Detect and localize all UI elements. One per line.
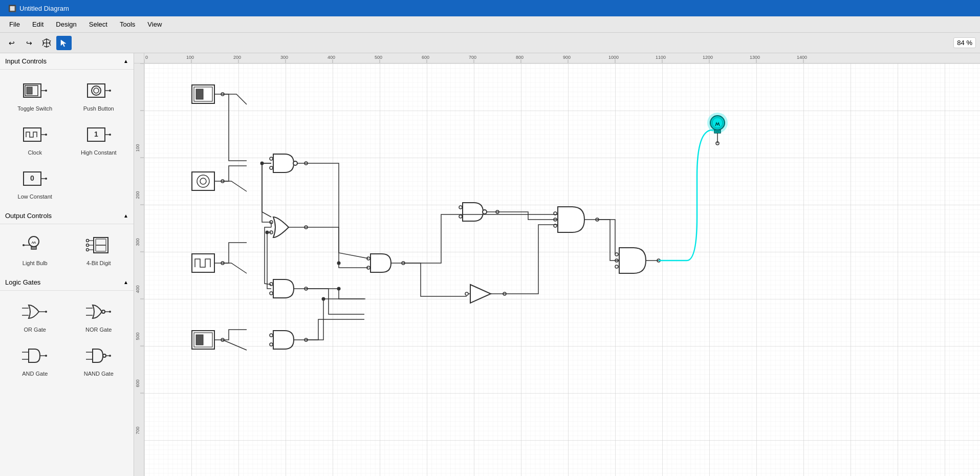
- zoom-display[interactable]: 84 %: [953, 37, 976, 48]
- svg-point-58: [109, 355, 111, 357]
- light-bulb-label: Light Bulb: [23, 260, 48, 266]
- component-and-gate[interactable]: AND Gate: [5, 340, 65, 380]
- component-nor-gate[interactable]: NOR Gate: [69, 296, 129, 336]
- svg-text:500: 500: [375, 55, 382, 60]
- svg-text:200: 200: [233, 55, 241, 60]
- svg-text:100: 100: [135, 144, 140, 152]
- pan-button[interactable]: [39, 36, 54, 50]
- svg-rect-90: [134, 63, 144, 476]
- nor-gate-label: NOR Gate: [85, 327, 112, 333]
- menu-file[interactable]: File: [4, 18, 25, 30]
- svg-text:400: 400: [328, 55, 335, 60]
- and-gate-label: AND Gate: [22, 371, 48, 377]
- svg-point-175: [337, 287, 341, 291]
- section-logic-gates[interactable]: Logic Gates ▲: [0, 274, 134, 291]
- menu-view[interactable]: View: [142, 18, 167, 30]
- 4bit-digit-icon: [83, 232, 114, 258]
- redo-button[interactable]: ↪: [21, 36, 37, 50]
- svg-point-12: [45, 134, 47, 136]
- svg-rect-2: [27, 87, 32, 94]
- ruler-corner: [134, 53, 144, 63]
- section-logic-gates-label: Logic Gates: [5, 278, 40, 286]
- low-constant-label: Low Constant: [18, 193, 52, 200]
- nor-gate-icon: [83, 299, 114, 324]
- svg-point-6: [92, 86, 101, 95]
- chevron-logic-gates: ▲: [123, 279, 128, 285]
- svg-text:700: 700: [135, 426, 140, 434]
- svg-text:500: 500: [135, 332, 140, 340]
- svg-text:400: 400: [135, 285, 140, 293]
- component-clock[interactable]: Clock: [5, 119, 65, 159]
- svg-text:1300: 1300: [750, 55, 760, 60]
- input-controls-grid: Toggle Switch Push Button: [0, 70, 134, 208]
- svg-point-174: [337, 262, 341, 265]
- low-constant-icon: 0: [19, 166, 50, 191]
- component-toggle-switch[interactable]: Toggle Switch: [5, 75, 65, 115]
- svg-point-49: [109, 311, 111, 313]
- menu-bar: File Edit Design Select Tools View: [0, 16, 980, 33]
- svg-text:200: 200: [135, 191, 140, 199]
- svg-text:0: 0: [30, 174, 34, 182]
- menu-edit[interactable]: Edit: [27, 18, 49, 30]
- svg-text:700: 700: [469, 55, 476, 60]
- section-output-controls-label: Output Controls: [5, 212, 52, 220]
- section-output-controls[interactable]: Output Controls ▲: [0, 208, 134, 224]
- svg-point-169: [712, 118, 723, 128]
- svg-text:0: 0: [145, 55, 148, 60]
- component-nand-gate[interactable]: NAND Gate: [69, 340, 129, 380]
- output-controls-grid: Light Bulb: [0, 224, 134, 274]
- component-4bit-digit[interactable]: 4-Bit Digit: [69, 229, 129, 269]
- component-or-gate[interactable]: OR Gate: [5, 296, 65, 336]
- nand-gate-label: NAND Gate: [84, 371, 114, 377]
- svg-rect-59: [144, 53, 980, 63]
- light-bulb-icon: [19, 232, 50, 258]
- push-button-icon: [83, 78, 114, 103]
- svg-point-27: [86, 240, 89, 242]
- svg-point-47: [102, 310, 105, 313]
- or-gate-icon: [19, 299, 50, 324]
- svg-text:800: 800: [516, 55, 524, 60]
- svg-point-176: [322, 297, 325, 301]
- svg-text:600: 600: [422, 55, 429, 60]
- main-layout: Input Controls ▲ Toggle Switch: [0, 53, 980, 476]
- clock-icon: [19, 122, 50, 147]
- section-input-controls[interactable]: Input Controls ▲: [0, 53, 134, 70]
- svg-point-4: [45, 90, 47, 92]
- select-button[interactable]: [56, 36, 72, 50]
- sidebar: Input Controls ▲ Toggle Switch: [0, 53, 134, 476]
- section-input-controls-label: Input Controls: [5, 57, 47, 65]
- toolbar: ↩ ↪ 84 %: [0, 33, 980, 53]
- svg-point-20: [45, 178, 47, 180]
- ruler-vertical: 0 100 200 300 400 500 600 700: [134, 63, 144, 476]
- menu-select[interactable]: Select: [84, 18, 113, 30]
- high-constant-icon: 1: [83, 122, 114, 147]
- menu-tools[interactable]: Tools: [115, 18, 140, 30]
- svg-point-28: [86, 244, 89, 247]
- svg-text:1100: 1100: [656, 55, 666, 60]
- nand-gate-icon: [83, 343, 114, 369]
- 4bit-digit-label: 4-Bit Digit: [86, 260, 111, 266]
- clock-label: Clock: [28, 149, 42, 156]
- svg-rect-111: [196, 89, 203, 99]
- component-push-button[interactable]: Push Button: [69, 75, 129, 115]
- svg-rect-124: [196, 335, 203, 345]
- push-button-label: Push Button: [83, 105, 114, 112]
- svg-text:100: 100: [186, 55, 194, 60]
- component-high-constant[interactable]: 1 High Constant: [69, 119, 129, 159]
- svg-point-9: [109, 90, 111, 92]
- svg-point-44: [45, 311, 47, 313]
- svg-point-29: [86, 249, 89, 251]
- svg-point-21: [29, 236, 39, 247]
- component-light-bulb[interactable]: Light Bulb: [5, 229, 65, 269]
- toggle-switch-label: Toggle Switch: [17, 105, 52, 112]
- svg-point-178: [266, 231, 269, 234]
- chevron-output-controls: ▲: [123, 213, 128, 219]
- canvas[interactable]: [144, 63, 980, 476]
- component-low-constant[interactable]: 0 Low Constant: [5, 163, 65, 203]
- high-constant-label: High Constant: [81, 149, 117, 156]
- and-gate-icon: [19, 343, 50, 369]
- canvas-area[interactable]: 0 100 200 300 400 500 600 700 80: [134, 53, 980, 476]
- svg-point-16: [109, 134, 111, 136]
- undo-button[interactable]: ↩: [4, 36, 19, 50]
- menu-design[interactable]: Design: [51, 18, 81, 30]
